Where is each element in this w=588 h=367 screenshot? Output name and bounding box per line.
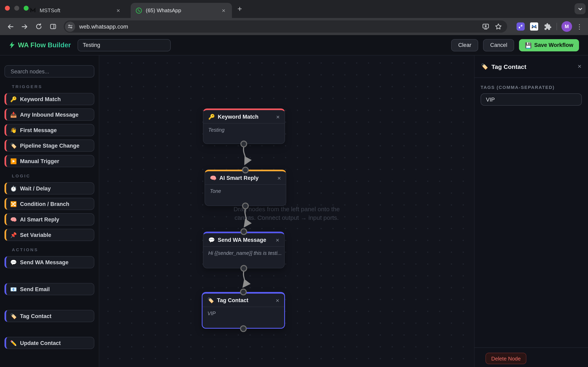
site-info-button[interactable] <box>65 21 75 32</box>
tab-mstsoft[interactable]: MSTSoft × <box>25 3 127 18</box>
node-close-icon[interactable]: × <box>277 175 281 181</box>
back-button[interactable] <box>5 21 16 32</box>
extensions-puzzle-button[interactable] <box>544 22 552 31</box>
clear-button[interactable]: Clear <box>451 39 478 51</box>
flow-canvas[interactable]: Drag nodes from the left panel onto the … <box>99 55 474 367</box>
brain-icon: 🧠 <box>210 175 216 181</box>
stopwatch-icon: ⏱️ <box>10 185 17 192</box>
window-minimize-button[interactable] <box>14 6 19 11</box>
node-close-icon[interactable]: × <box>276 114 280 120</box>
whatsapp-favicon-icon <box>136 7 142 14</box>
address-bar[interactable]: web.whatsapp.com <box>64 20 507 33</box>
tab-close-icon[interactable]: × <box>220 7 227 13</box>
app-root: MSTSoft × (65) WhatsApp × + <box>0 0 588 367</box>
key-icon: 🔑 <box>208 114 215 120</box>
tab-title: MSTSoft <box>40 7 115 13</box>
delete-node-button[interactable]: Delete Node <box>485 353 527 364</box>
brain-icon: 🧠 <box>10 216 17 222</box>
search-nodes-input[interactable] <box>4 65 94 77</box>
palette-item-label: Tag Contact <box>20 313 52 319</box>
bookmark-star-button[interactable] <box>494 22 502 31</box>
extension-mstsoft-icon[interactable] <box>530 22 538 31</box>
speech-bubble-icon: 💬 <box>208 237 215 243</box>
node-close-icon[interactable]: × <box>276 297 279 303</box>
palette-item-label: AI Smart Reply <box>20 216 59 222</box>
palette-item-pipeline-stage-change[interactable]: 🏷️ Pipeline Stage Change <box>4 140 94 152</box>
node-title: AI Smart Reply <box>219 175 259 181</box>
node-close-icon[interactable]: × <box>276 237 279 243</box>
save-workflow-button[interactable]: 💾 Save Workflow <box>519 39 579 51</box>
new-tab-button[interactable]: + <box>234 4 245 14</box>
palette-item-manual-trigger[interactable]: ▶️ Manual Trigger <box>4 155 94 167</box>
inspector-title: Tag Contact <box>492 63 526 70</box>
window-close-button[interactable] <box>5 6 10 11</box>
install-icon <box>482 23 489 30</box>
palette-item-send-email[interactable]: 📧 Send Email <box>4 283 94 295</box>
side-panel-icon <box>49 23 57 30</box>
tag-icon: 🏷️ <box>481 63 488 70</box>
side-panel-button[interactable] <box>48 21 58 32</box>
edge-keyword-to-ai[interactable] <box>243 147 246 164</box>
save-disk-icon: 💾 <box>525 42 532 48</box>
browser-menu-button[interactable]: ⋮ <box>576 23 583 30</box>
palette-item-label: Manual Trigger <box>20 158 59 164</box>
url-text[interactable]: web.whatsapp.com <box>79 23 128 30</box>
palette-item-wait-delay[interactable]: ⏱️ Wait / Delay <box>4 182 94 194</box>
section-label-actions: ACTIONS <box>4 247 94 252</box>
reload-button[interactable] <box>34 21 44 32</box>
node-header: 🔑 Keyword Match × <box>203 110 285 124</box>
palette-item-set-variable[interactable]: 📌 Set Variable <box>4 229 94 241</box>
palette-item-label: Set Variable <box>20 232 51 238</box>
inspector-close-icon[interactable]: × <box>578 63 581 70</box>
section-label-triggers: TRIGGERS <box>4 84 94 89</box>
app-title: WA Flow Builder <box>18 41 71 49</box>
speech-bubble-icon: 💬 <box>10 259 17 265</box>
palette-item-label: Pipeline Stage Change <box>20 142 79 149</box>
toolbar-separator <box>557 23 557 30</box>
node-body-text: Hi {{sender_name}] this is testi... <box>203 247 284 260</box>
tags-input[interactable] <box>481 93 582 106</box>
app-header: WA Flow Builder Clear Cancel 💾 Save Work… <box>0 35 588 55</box>
reload-icon <box>35 23 43 30</box>
tag-icon: 🏷️ <box>10 313 17 319</box>
workflow-name-input[interactable] <box>77 39 171 51</box>
tune-icon <box>67 24 73 29</box>
install-app-button[interactable] <box>481 22 490 31</box>
canvas-hint: Drag nodes from the left panel onto the … <box>99 205 474 222</box>
extension-purple-icon[interactable] <box>517 22 525 31</box>
palette-item-first-message[interactable]: 👋 First Message <box>4 124 94 136</box>
email-icon: 📧 <box>10 286 17 292</box>
forward-button[interactable] <box>19 21 30 32</box>
node-title: Keyword Match <box>218 114 259 120</box>
tab-search-button[interactable] <box>575 3 586 14</box>
tag-icon: 🏷️ <box>208 297 214 303</box>
tag-icon: 🏷️ <box>10 142 17 149</box>
node-keyword-match[interactable]: 🔑 Keyword Match × Testing <box>203 108 285 144</box>
tab-title: (65) WhatsApp <box>146 7 220 13</box>
tab-whatsapp[interactable]: (65) WhatsApp × <box>131 3 232 18</box>
palette-item-send-wa-message[interactable]: 💬 Send WA Message <box>4 256 94 268</box>
section-label-logic: LOGIC <box>4 173 94 178</box>
node-ai-smart-reply[interactable]: 🧠 AI Smart Reply × Tone <box>205 170 286 206</box>
node-send-wa-message[interactable]: 💬 Send WA Message × Hi {{sender_name}] t… <box>203 232 285 268</box>
tab-close-icon[interactable]: × <box>115 7 122 13</box>
palette-item-condition-branch[interactable]: 🔀 Condition / Branch <box>4 198 94 210</box>
palette-item-label: Any Inbound Message <box>20 111 79 118</box>
node-title: Tag Contact <box>217 297 248 303</box>
cancel-button[interactable]: Cancel <box>483 39 514 51</box>
palette-item-tag-contact[interactable]: 🏷️ Tag Contact <box>4 310 94 322</box>
node-tag-contact-selected[interactable]: 🏷️ Tag Contact × VIP <box>202 292 285 329</box>
inbox-icon: 📥 <box>10 111 17 118</box>
puzzle-icon <box>544 23 552 30</box>
palette-item-any-inbound-message[interactable]: 📥 Any Inbound Message <box>4 108 94 121</box>
palette-item-keyword-match[interactable]: 🔑 Keyword Match <box>4 93 94 105</box>
play-icon: ▶️ <box>10 158 17 164</box>
node-body-text: Testing <box>203 124 285 137</box>
wave-icon: 👋 <box>10 127 17 133</box>
node-body-text: VIP <box>203 307 284 320</box>
edge-send-to-tag[interactable] <box>243 271 245 287</box>
profile-avatar[interactable]: M <box>562 21 572 32</box>
lightning-bolt-icon <box>9 42 15 49</box>
palette-item-ai-smart-reply[interactable]: 🧠 AI Smart Reply <box>4 213 94 225</box>
palette-item-update-contact[interactable]: ✏️ Update Contact <box>4 337 94 349</box>
